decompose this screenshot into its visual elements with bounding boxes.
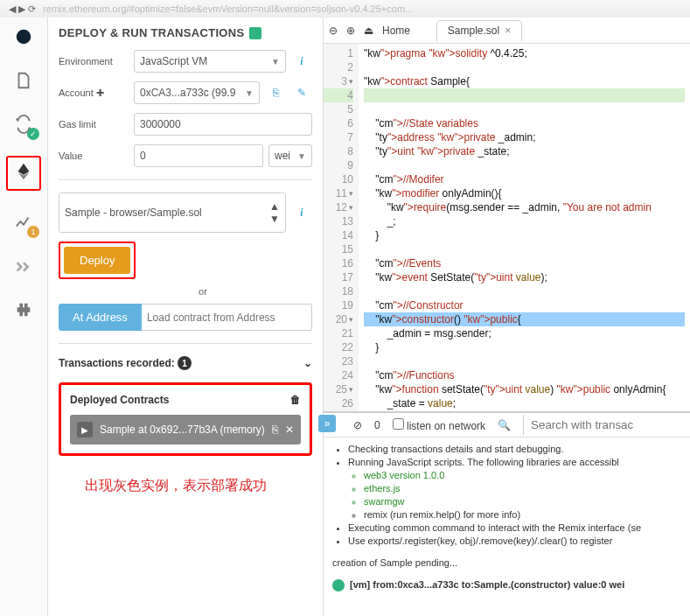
code-lines[interactable]: "kw">pragma "kw">solidity ^0.4.25; "kw">…	[359, 44, 690, 411]
file-tab-sample[interactable]: Sample.sol×	[436, 20, 522, 42]
contract-instance[interactable]: ▶ Sample at 0x692...77b3A (memory) ⎘ ✕	[70, 415, 301, 444]
terminal-panel: » ⊘ 0 listen on network 🔍 Checking trans…	[324, 411, 690, 616]
file-explorer-icon[interactable]	[11, 68, 36, 93]
gas-limit-input[interactable]	[134, 113, 312, 136]
terminal-line: [vm] from:0xca3...a733c to:Sample.(const…	[350, 578, 624, 592]
value-input[interactable]	[134, 144, 263, 167]
analysis-icon[interactable]: 1	[11, 210, 36, 234]
search-icon[interactable]: 🔍	[498, 419, 511, 431]
home-icon[interactable]: ⏏	[364, 24, 373, 37]
success-dot-icon	[332, 579, 345, 592]
info-icon[interactable]: i	[291, 55, 312, 68]
plus-icon[interactable]: ✚	[96, 88, 104, 98]
close-icon[interactable]: ✕	[285, 424, 294, 436]
trash-icon[interactable]: 🗑	[290, 394, 301, 406]
edit-icon[interactable]: ✎	[291, 87, 312, 99]
deployed-contracts-title: Deployed Contracts	[70, 394, 169, 406]
code-editor: ⊖ ⊕ ⏏ Home Sample.sol× 123▾4567891011▾12…	[324, 18, 690, 411]
editor-toolbar: ⊖ ⊕ ⏏ Home Sample.sol×	[324, 18, 690, 44]
home-tab[interactable]: Home	[382, 24, 410, 37]
close-tab-icon[interactable]: ×	[505, 24, 511, 37]
chevron-down-icon[interactable]: ⌄	[303, 357, 312, 369]
pending-tx-count: 0	[374, 419, 380, 431]
environment-label: Environment	[59, 56, 129, 66]
zoom-out-icon[interactable]: ⊖	[329, 24, 338, 37]
ethereum-icon	[11, 159, 36, 184]
terminal-search-input[interactable]	[523, 415, 683, 435]
deploy-run-icon-active[interactable]	[6, 156, 41, 191]
contract-select[interactable]: Sample - browser/Sample.sol▲▼	[59, 192, 286, 233]
panel-title: DEPLOY & RUN TRANSACTIONS	[59, 26, 312, 39]
deployed-contracts-highlight-box: Deployed Contracts 🗑 ▶ Sample at 0x692..…	[59, 382, 312, 456]
at-address-input[interactable]	[142, 304, 312, 331]
copy-icon[interactable]: ⎘	[272, 424, 278, 436]
terminal-toggle-icon[interactable]: »	[318, 415, 336, 432]
deploy-highlight-box: Deploy	[59, 242, 136, 279]
plugin-sidebar: ✓ 1	[0, 18, 48, 616]
deploy-run-panel: DEPLOY & RUN TRANSACTIONS Environment Ja…	[48, 18, 324, 616]
instance-label: Sample at 0x692...77b3A (memory)	[100, 424, 265, 436]
value-unit-select[interactable]: wei▼	[268, 144, 312, 167]
environment-select[interactable]: JavaScript VM▼	[134, 50, 286, 73]
svg-point-0	[17, 30, 31, 45]
terminal-output[interactable]: Checking transactions details and start …	[324, 438, 690, 597]
chevron-down-icon: ▼	[245, 88, 254, 98]
compiler-icon[interactable]: ✓	[11, 112, 36, 136]
terminal-line: creation of Sample pending...	[332, 556, 681, 570]
value-label: Value	[59, 150, 129, 161]
listen-network-checkbox[interactable]: listen on network	[393, 418, 485, 432]
chevron-down-icon: ▼	[297, 151, 306, 161]
copy-icon[interactable]: ⎘	[265, 87, 286, 99]
account-select[interactable]: 0xCA3...a733c (99.9▼	[134, 81, 260, 104]
chevron-down-icon: ▼	[271, 57, 280, 66]
zoom-in-icon[interactable]: ⊕	[346, 24, 355, 37]
account-label: Account ✚	[59, 88, 129, 99]
clear-icon[interactable]: ⊘	[353, 419, 362, 431]
updown-icon: ▲▼	[269, 200, 280, 225]
expand-icon[interactable]: ▶	[77, 422, 93, 438]
compile-ok-badge: ✓	[27, 128, 39, 140]
or-divider: or	[94, 286, 312, 297]
info-icon[interactable]: i	[291, 206, 312, 220]
at-address-button[interactable]: At Address	[59, 304, 142, 331]
annotation-note: 出现灰色实例，表示部署成功	[85, 477, 312, 495]
panel-status-chip	[249, 27, 261, 39]
terminal-toolbar: ⊘ 0 listen on network 🔍	[324, 413, 690, 438]
analysis-count-badge: 1	[27, 226, 39, 238]
plugin-manager-icon[interactable]	[11, 298, 36, 322]
remix-logo-icon[interactable]	[11, 24, 36, 49]
debugger-icon[interactable]	[11, 254, 36, 278]
gas-limit-label: Gas limit	[59, 119, 129, 130]
line-number-gutter: 123▾4567891011▾12▾1314151617181920▾21222…	[324, 44, 359, 411]
browser-url-bar: ◀ ▶ ⟳remix.ethereum.org/#optimize=false&…	[0, 0, 690, 18]
deploy-button[interactable]: Deploy	[64, 247, 130, 274]
transactions-recorded-row[interactable]: Transactions recorded: 1 ⌄	[59, 356, 312, 370]
tx-count-badge: 1	[178, 356, 192, 370]
